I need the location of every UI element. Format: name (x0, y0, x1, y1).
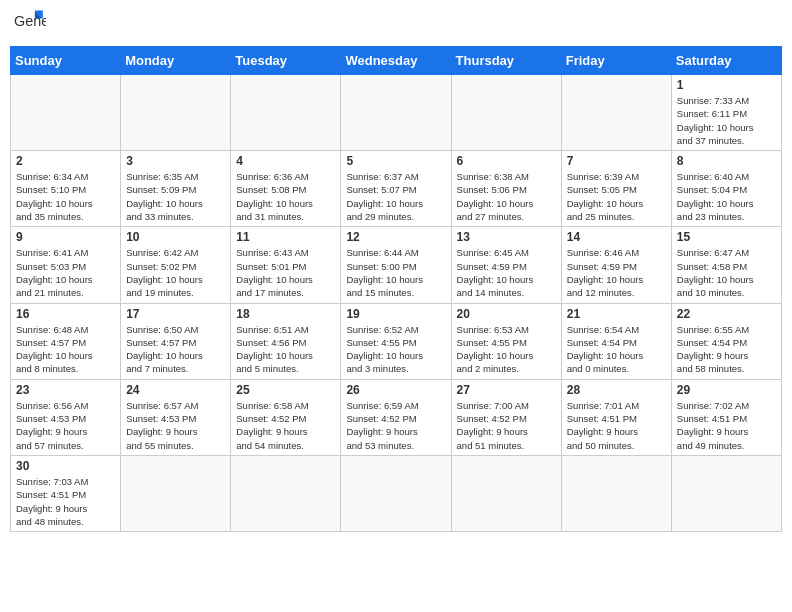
calendar-cell (341, 75, 451, 151)
calendar-cell: 5Sunrise: 6:37 AM Sunset: 5:07 PM Daylig… (341, 151, 451, 227)
header: General (10, 10, 782, 38)
calendar-cell: 10Sunrise: 6:42 AM Sunset: 5:02 PM Dayli… (121, 227, 231, 303)
day-number: 17 (126, 307, 225, 321)
calendar-cell: 6Sunrise: 6:38 AM Sunset: 5:06 PM Daylig… (451, 151, 561, 227)
day-number: 22 (677, 307, 776, 321)
day-info: Sunrise: 6:57 AM Sunset: 4:53 PM Dayligh… (126, 399, 225, 452)
day-info: Sunrise: 6:46 AM Sunset: 4:59 PM Dayligh… (567, 246, 666, 299)
day-number: 24 (126, 383, 225, 397)
day-number: 18 (236, 307, 335, 321)
calendar-cell: 3Sunrise: 6:35 AM Sunset: 5:09 PM Daylig… (121, 151, 231, 227)
calendar-cell: 21Sunrise: 6:54 AM Sunset: 4:54 PM Dayli… (561, 303, 671, 379)
calendar-cell: 4Sunrise: 6:36 AM Sunset: 5:08 PM Daylig… (231, 151, 341, 227)
col-monday: Monday (121, 47, 231, 75)
calendar-cell: 18Sunrise: 6:51 AM Sunset: 4:56 PM Dayli… (231, 303, 341, 379)
calendar-cell: 11Sunrise: 6:43 AM Sunset: 5:01 PM Dayli… (231, 227, 341, 303)
day-info: Sunrise: 6:59 AM Sunset: 4:52 PM Dayligh… (346, 399, 445, 452)
calendar-cell: 19Sunrise: 6:52 AM Sunset: 4:55 PM Dayli… (341, 303, 451, 379)
calendar-header-row: Sunday Monday Tuesday Wednesday Thursday… (11, 47, 782, 75)
day-number: 2 (16, 154, 115, 168)
day-info: Sunrise: 7:33 AM Sunset: 6:11 PM Dayligh… (677, 94, 776, 147)
calendar-cell: 24Sunrise: 6:57 AM Sunset: 4:53 PM Dayli… (121, 379, 231, 455)
calendar-week-row: 1Sunrise: 7:33 AM Sunset: 6:11 PM Daylig… (11, 75, 782, 151)
day-info: Sunrise: 6:52 AM Sunset: 4:55 PM Dayligh… (346, 323, 445, 376)
calendar: Sunday Monday Tuesday Wednesday Thursday… (10, 46, 782, 532)
calendar-cell: 28Sunrise: 7:01 AM Sunset: 4:51 PM Dayli… (561, 379, 671, 455)
day-info: Sunrise: 6:42 AM Sunset: 5:02 PM Dayligh… (126, 246, 225, 299)
calendar-cell: 29Sunrise: 7:02 AM Sunset: 4:51 PM Dayli… (671, 379, 781, 455)
day-number: 19 (346, 307, 445, 321)
day-number: 21 (567, 307, 666, 321)
calendar-cell (231, 75, 341, 151)
calendar-cell: 7Sunrise: 6:39 AM Sunset: 5:05 PM Daylig… (561, 151, 671, 227)
day-number: 3 (126, 154, 225, 168)
day-info: Sunrise: 6:56 AM Sunset: 4:53 PM Dayligh… (16, 399, 115, 452)
day-number: 23 (16, 383, 115, 397)
calendar-cell (671, 455, 781, 531)
col-saturday: Saturday (671, 47, 781, 75)
calendar-cell: 23Sunrise: 6:56 AM Sunset: 4:53 PM Dayli… (11, 379, 121, 455)
calendar-cell: 13Sunrise: 6:45 AM Sunset: 4:59 PM Dayli… (451, 227, 561, 303)
day-info: Sunrise: 6:36 AM Sunset: 5:08 PM Dayligh… (236, 170, 335, 223)
day-info: Sunrise: 6:39 AM Sunset: 5:05 PM Dayligh… (567, 170, 666, 223)
calendar-cell (341, 455, 451, 531)
calendar-week-row: 30Sunrise: 7:03 AM Sunset: 4:51 PM Dayli… (11, 455, 782, 531)
day-number: 9 (16, 230, 115, 244)
calendar-cell: 25Sunrise: 6:58 AM Sunset: 4:52 PM Dayli… (231, 379, 341, 455)
day-number: 6 (457, 154, 556, 168)
day-number: 7 (567, 154, 666, 168)
col-thursday: Thursday (451, 47, 561, 75)
col-sunday: Sunday (11, 47, 121, 75)
day-info: Sunrise: 6:40 AM Sunset: 5:04 PM Dayligh… (677, 170, 776, 223)
day-number: 26 (346, 383, 445, 397)
day-info: Sunrise: 6:37 AM Sunset: 5:07 PM Dayligh… (346, 170, 445, 223)
calendar-week-row: 9Sunrise: 6:41 AM Sunset: 5:03 PM Daylig… (11, 227, 782, 303)
day-info: Sunrise: 7:02 AM Sunset: 4:51 PM Dayligh… (677, 399, 776, 452)
calendar-cell (11, 75, 121, 151)
day-number: 30 (16, 459, 115, 473)
day-number: 4 (236, 154, 335, 168)
day-number: 8 (677, 154, 776, 168)
day-number: 28 (567, 383, 666, 397)
calendar-cell: 16Sunrise: 6:48 AM Sunset: 4:57 PM Dayli… (11, 303, 121, 379)
calendar-cell: 17Sunrise: 6:50 AM Sunset: 4:57 PM Dayli… (121, 303, 231, 379)
day-number: 10 (126, 230, 225, 244)
col-friday: Friday (561, 47, 671, 75)
calendar-cell: 14Sunrise: 6:46 AM Sunset: 4:59 PM Dayli… (561, 227, 671, 303)
day-info: Sunrise: 6:54 AM Sunset: 4:54 PM Dayligh… (567, 323, 666, 376)
day-number: 27 (457, 383, 556, 397)
day-info: Sunrise: 6:34 AM Sunset: 5:10 PM Dayligh… (16, 170, 115, 223)
day-info: Sunrise: 6:45 AM Sunset: 4:59 PM Dayligh… (457, 246, 556, 299)
logo: General (14, 10, 50, 38)
day-info: Sunrise: 7:03 AM Sunset: 4:51 PM Dayligh… (16, 475, 115, 528)
calendar-cell: 26Sunrise: 6:59 AM Sunset: 4:52 PM Dayli… (341, 379, 451, 455)
logo-icon: General (14, 10, 46, 38)
calendar-cell: 1Sunrise: 7:33 AM Sunset: 6:11 PM Daylig… (671, 75, 781, 151)
calendar-cell: 30Sunrise: 7:03 AM Sunset: 4:51 PM Dayli… (11, 455, 121, 531)
calendar-cell (561, 455, 671, 531)
col-tuesday: Tuesday (231, 47, 341, 75)
day-info: Sunrise: 6:44 AM Sunset: 5:00 PM Dayligh… (346, 246, 445, 299)
calendar-cell (121, 75, 231, 151)
calendar-cell: 9Sunrise: 6:41 AM Sunset: 5:03 PM Daylig… (11, 227, 121, 303)
calendar-cell (451, 75, 561, 151)
day-number: 12 (346, 230, 445, 244)
day-info: Sunrise: 6:35 AM Sunset: 5:09 PM Dayligh… (126, 170, 225, 223)
day-number: 14 (567, 230, 666, 244)
day-number: 13 (457, 230, 556, 244)
day-info: Sunrise: 6:50 AM Sunset: 4:57 PM Dayligh… (126, 323, 225, 376)
day-number: 16 (16, 307, 115, 321)
day-info: Sunrise: 6:55 AM Sunset: 4:54 PM Dayligh… (677, 323, 776, 376)
day-info: Sunrise: 6:53 AM Sunset: 4:55 PM Dayligh… (457, 323, 556, 376)
calendar-week-row: 23Sunrise: 6:56 AM Sunset: 4:53 PM Dayli… (11, 379, 782, 455)
calendar-cell (561, 75, 671, 151)
calendar-week-row: 2Sunrise: 6:34 AM Sunset: 5:10 PM Daylig… (11, 151, 782, 227)
calendar-cell: 27Sunrise: 7:00 AM Sunset: 4:52 PM Dayli… (451, 379, 561, 455)
day-info: Sunrise: 6:41 AM Sunset: 5:03 PM Dayligh… (16, 246, 115, 299)
day-number: 5 (346, 154, 445, 168)
calendar-cell: 8Sunrise: 6:40 AM Sunset: 5:04 PM Daylig… (671, 151, 781, 227)
calendar-cell: 15Sunrise: 6:47 AM Sunset: 4:58 PM Dayli… (671, 227, 781, 303)
calendar-cell (121, 455, 231, 531)
day-info: Sunrise: 7:01 AM Sunset: 4:51 PM Dayligh… (567, 399, 666, 452)
calendar-week-row: 16Sunrise: 6:48 AM Sunset: 4:57 PM Dayli… (11, 303, 782, 379)
